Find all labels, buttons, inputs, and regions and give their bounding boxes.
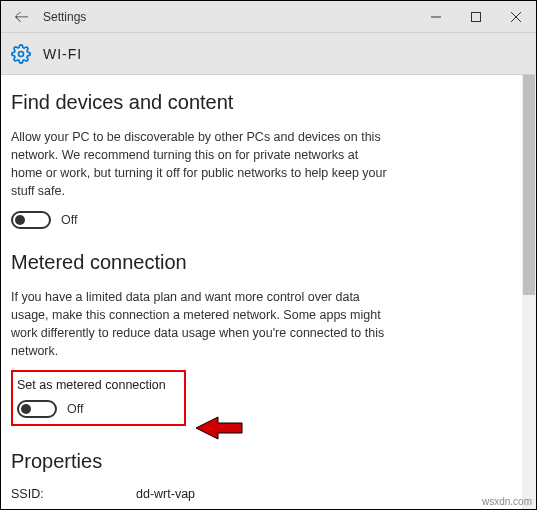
window-controls <box>416 1 536 33</box>
svg-rect-1 <box>472 12 481 21</box>
titlebar: 🡠 Settings <box>1 1 536 33</box>
section-title-find: Find devices and content <box>11 91 518 114</box>
gear-icon <box>11 44 31 64</box>
metered-connection-toggle[interactable] <box>17 400 57 418</box>
metered-setting-label: Set as metered connection <box>17 378 166 392</box>
section-desc-metered: If you have a limited data plan and want… <box>11 288 391 361</box>
find-toggle-row: Off <box>11 211 518 229</box>
property-key: Protocol: <box>11 507 136 509</box>
properties-table: SSID: dd-wrt-vap Protocol: 802.11g Secur… <box>11 487 518 509</box>
maximize-icon <box>471 12 481 22</box>
watermark: wsxdn.com <box>482 496 532 507</box>
minimize-button[interactable] <box>416 1 456 33</box>
find-devices-toggle[interactable] <box>11 211 51 229</box>
property-value: dd-wrt-vap <box>136 487 195 501</box>
scrollbar-thumb[interactable] <box>523 75 535 295</box>
metered-toggle-label: Off <box>67 402 83 416</box>
maximize-button[interactable] <box>456 1 496 33</box>
property-row: Protocol: 802.11g <box>11 507 518 509</box>
minimize-icon <box>431 12 441 22</box>
toggle-knob <box>15 215 25 225</box>
property-value: 802.11g <box>136 507 181 509</box>
property-row: SSID: dd-wrt-vap <box>11 487 518 501</box>
highlight-annotation: Set as metered connection Off <box>11 370 186 426</box>
scroll-content: Find devices and content Allow your PC t… <box>1 75 536 509</box>
scrollbar-track[interactable] <box>522 75 536 509</box>
back-arrow-icon: 🡠 <box>14 8 29 25</box>
window-title: Settings <box>43 10 86 24</box>
property-key: SSID: <box>11 487 136 501</box>
metered-toggle-row: Off <box>17 400 166 418</box>
content-area: Find devices and content Allow your PC t… <box>1 75 536 509</box>
back-button[interactable]: 🡠 <box>1 1 41 33</box>
close-button[interactable] <box>496 1 536 33</box>
section-title-properties: Properties <box>11 450 518 473</box>
section-desc-find: Allow your PC to be discoverable by othe… <box>11 128 391 201</box>
find-toggle-label: Off <box>61 213 77 227</box>
section-title-metered: Metered connection <box>11 251 518 274</box>
page-header: WI-FI <box>1 33 536 75</box>
titlebar-left: 🡠 Settings <box>1 1 416 33</box>
page-title: WI-FI <box>43 46 82 62</box>
svg-point-4 <box>19 51 24 56</box>
close-icon <box>511 12 521 22</box>
toggle-knob <box>21 404 31 414</box>
